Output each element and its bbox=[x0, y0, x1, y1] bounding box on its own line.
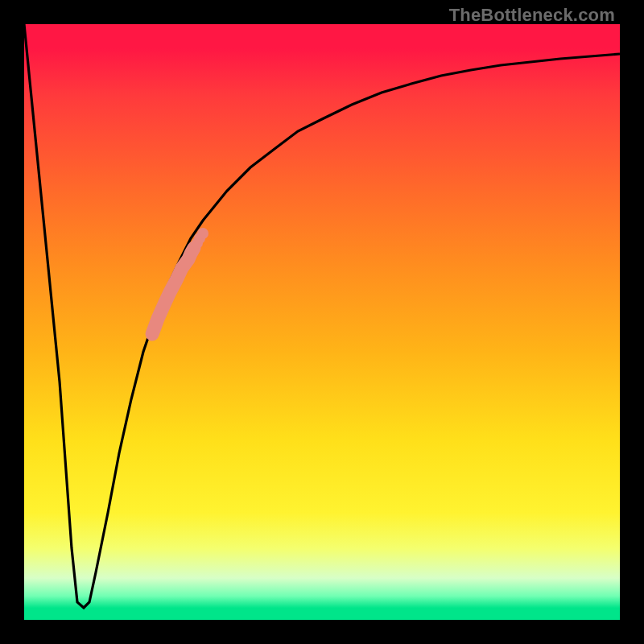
bottleneck-curve-path bbox=[24, 24, 620, 608]
watermark-text: TheBottleneck.com bbox=[449, 5, 615, 26]
plot-area bbox=[24, 24, 620, 620]
highlight-dot bbox=[197, 228, 208, 239]
chart-frame: TheBottleneck.com bbox=[0, 0, 644, 644]
highlight-segment-path bbox=[152, 248, 194, 334]
chart-svg bbox=[24, 24, 620, 620]
